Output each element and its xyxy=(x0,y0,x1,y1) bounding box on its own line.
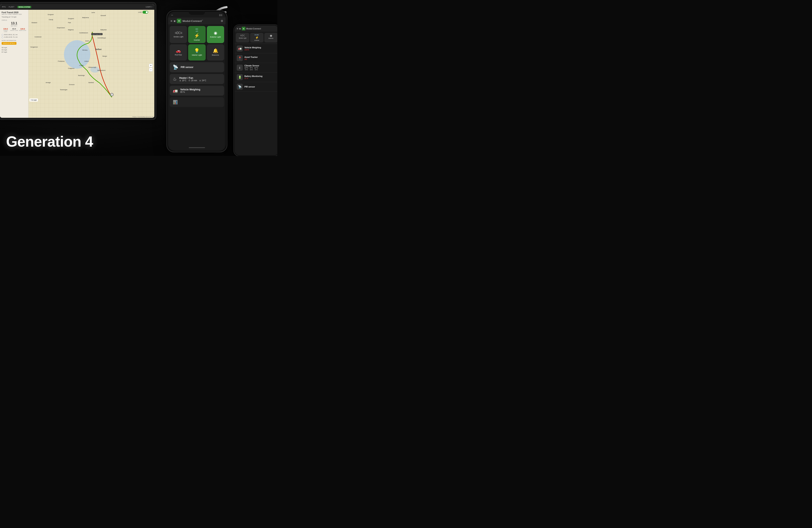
header-square-icon[interactable]: ▣ xyxy=(174,20,176,22)
zoom-out-button[interactable]: − xyxy=(149,68,153,71)
map-controls: + − xyxy=(149,64,153,71)
battery-value: 13.1 xyxy=(2,22,27,25)
exterior-light-cell[interactable]: ◉ Exterior Light xyxy=(207,26,224,43)
current-speed-indicator: 7.6 mph xyxy=(29,99,38,102)
p2-inverter-icon: ⚡ xyxy=(255,36,259,39)
tablet-map[interactable]: Dungiven Strabane Claudy Dungiven Park D… xyxy=(28,10,154,118)
heater-fan-card[interactable]: ♨ Heater / Fan 🌡 18°C ⏱ 29 min 🌡 xyxy=(170,74,224,84)
phone-header-icons: ⚙ xyxy=(221,19,223,23)
vehicle-weighing-card[interactable]: 🚛 Vehicle Weighing 89 % xyxy=(170,86,224,96)
zoom-in-button[interactable]: + xyxy=(149,64,153,68)
p2-logo-icon: M xyxy=(243,28,244,29)
pir-name: PIR sensor xyxy=(181,66,193,69)
rear-load: 110.2 REAR LOAD xyxy=(19,28,27,32)
live-label: LIVE xyxy=(138,11,142,13)
p2-dc-ac: DC/AC xyxy=(255,34,259,35)
p2-inverter-cell[interactable]: DC/AC ⚡ Inverter xyxy=(250,33,263,42)
p2-climate-sensor[interactable]: 🌡 Climate Sensor 14°C 55% 6°C 38% xyxy=(235,63,277,72)
vehicle-id: ABC123: FORD TRANSIT 2020 xyxy=(2,14,27,15)
inverter-label: Inverter xyxy=(194,39,200,41)
phone-content: ≋DC≋ Strobe Light DCAC ⚡ Inverter ◉ Exte… xyxy=(168,24,226,145)
p2-inverter-label: Inverter xyxy=(255,40,259,41)
phone2-header-left: ⊞ ▣ M Modul-Connect xyxy=(237,27,261,30)
p2-climate-text: Climate Sensor 14°C 55% 6°C 38% 12°C 40% xyxy=(244,65,277,71)
vehicle-name: Ford Transit 2020 xyxy=(2,11,27,14)
p2-strobe-cell[interactable]: ≋DC Strobe Light xyxy=(236,33,249,42)
vehicle-details-button[interactable]: VEHICLE DETAILS xyxy=(2,42,16,45)
heater-fan-temp: 🌡 24°C xyxy=(199,80,206,82)
p2-weighing-value: 101% xyxy=(244,49,277,51)
phone2-logo: M xyxy=(242,27,245,30)
p2-weighing-icon: 🚛 xyxy=(237,45,243,52)
extra-icon: 📊 xyxy=(173,100,178,104)
cargo-load: 110.2 CARGO LOAD xyxy=(2,28,10,32)
more-info-label: MORE INFORMATION xyxy=(2,40,27,41)
vehicle-speed-text: Traveling at 7.6 mph xyxy=(2,16,27,18)
place-larne: Larne xyxy=(91,12,95,13)
trip-1: 08.02–09.01, 31.1 mi xyxy=(2,34,27,36)
p2-asset-name: Asset Tracker xyxy=(244,56,277,58)
p2-grid-icon: ⊞ xyxy=(237,28,238,30)
beacons-label: Beacons xyxy=(212,54,219,56)
place-ballynahinch: Ballynahinch xyxy=(98,70,105,71)
phone-control-grid: ≋DC≋ Strobe Light DCAC ⚡ Inverter ◉ Exte… xyxy=(170,26,224,60)
pct-2: 38% xyxy=(250,69,253,71)
phone2-screen: ⊞ ▣ M Modul-Connect ≋DC Strobe Light DC/… xyxy=(235,26,277,155)
place-portadown: Portadown xyxy=(58,60,64,62)
lough-neagh xyxy=(64,40,90,69)
live-toggle[interactable] xyxy=(143,11,148,14)
modul-badge: MODUL SYSTEM xyxy=(17,6,31,8)
phone2-content: ≋DC Strobe Light DC/AC ⚡ Inverter ◉ Exte… xyxy=(235,32,277,155)
interior-light-cell[interactable]: 💡 Interior Light xyxy=(188,44,205,60)
heater-icon: ♨ xyxy=(173,76,177,82)
p2-battery-value: 11 V xyxy=(244,77,277,80)
place-park: Park xyxy=(68,22,71,23)
p2-strobe-label: Strobe Light xyxy=(239,37,246,39)
nav-fleet[interactable]: FLEET xyxy=(9,6,14,8)
front-value: 83.8 xyxy=(10,28,18,30)
p2-asset-tracker[interactable]: 📍 Asset Tracker 3/5 xyxy=(235,53,277,63)
p2-battery-monitoring[interactable]: 🔋 Battery Monitoring 11 V xyxy=(235,72,277,82)
settings-icon[interactable]: ⚙ xyxy=(221,19,223,23)
status-right: ▌▌▌ xyxy=(219,14,223,16)
tablet-screen: RTS FLEET MODUL SYSTEM USER > Ford Trans… xyxy=(0,4,154,118)
p2-weighing-name: Vehicle Weighing xyxy=(244,46,277,49)
heater-values: 🌡 18°C ⏱ 29 min 🌡 24°C xyxy=(179,80,206,82)
strobe-light-cell[interactable]: ≋DC≋ Strobe Light xyxy=(170,26,187,43)
p2-pir-sensor[interactable]: 📡 PIR sensor xyxy=(235,82,277,91)
place-tanderagee: Tanderagee xyxy=(60,89,68,90)
p2-app-part2: Connect xyxy=(253,28,261,30)
place-armagh: Armagh xyxy=(46,82,51,83)
pir-sensor-card[interactable]: 📡 PIR sensor xyxy=(170,62,224,72)
exterior-label: Exterior Light xyxy=(210,36,221,38)
p2-battery-name: Battery Monitoring xyxy=(244,75,277,77)
tablet-user[interactable]: USER > xyxy=(146,6,152,8)
temp-3: 12°C xyxy=(254,67,258,69)
weighing-info: Vehicle Weighing 89 % xyxy=(180,88,200,93)
load-indicators: 110.2 CARGO LOAD 83.8 FRONT LOAD 110.2 R… xyxy=(2,28,27,32)
p2-vehicle-weighing[interactable]: 🚛 Vehicle Weighing 101% xyxy=(235,44,277,53)
beacons-cell[interactable]: 🔔 Beacons xyxy=(207,44,224,60)
place-ballyclare: Ballyclare xyxy=(101,29,106,30)
front-load: 83.8 FRONT LOAD xyxy=(10,28,18,32)
phone-notch xyxy=(189,11,205,15)
home-bar[interactable] xyxy=(189,147,205,148)
interior-label: Interior Light xyxy=(192,54,202,56)
climate-col-2: 6°C 38% xyxy=(250,67,253,71)
nav-rts[interactable]: RTS xyxy=(2,6,6,8)
header-grid-icon[interactable]: ⊞ xyxy=(171,20,172,22)
phone-home-indicator xyxy=(168,145,226,151)
place-lisburn: Lisburn xyxy=(84,60,89,62)
roof-bar-cell[interactable]: 🚗 Roof Bar xyxy=(170,44,187,60)
inverter-icon: ⚡ xyxy=(194,33,200,38)
trip-2: 11.08–12.33, 71.1 mi xyxy=(2,37,27,38)
rear-label: REAR LOAD xyxy=(19,30,27,31)
place-hillsborough: Hillsborough xyxy=(88,67,96,68)
tablet-top-bar: RTS FLEET MODUL SYSTEM USER > xyxy=(0,4,154,10)
inverter-cell[interactable]: DCAC ⚡ Inverter xyxy=(188,26,205,43)
p2-exterior-cell[interactable]: ◉ Exterior xyxy=(264,33,277,42)
place-antrim: Antrim xyxy=(85,40,89,42)
map-marker-2: 2 xyxy=(110,93,114,96)
extra-sensor-card[interactable]: 📊 xyxy=(170,97,224,107)
cargo-label: CARGO LOAD xyxy=(2,30,10,32)
